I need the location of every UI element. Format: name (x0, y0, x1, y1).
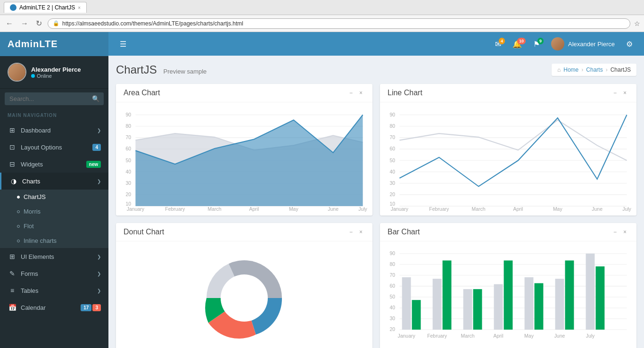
sidebar-item-forms[interactable]: ✎ Forms ❯ (0, 265, 108, 282)
sidebar-search: 🔍 (0, 89, 108, 109)
subnav-dot-icon (17, 196, 20, 199)
bar-chart-header: Bar Chart − × (380, 223, 636, 241)
browser-tab[interactable]: AdminLTE 2 | ChartJS × (4, 2, 87, 13)
calendar-badge1: 17 (81, 304, 91, 311)
username: Alexander Pierce (31, 66, 81, 73)
subnav-item-morris[interactable]: Morris (0, 204, 108, 219)
search-button[interactable]: 🔍 (88, 92, 104, 105)
url-text: https://almsaeedstudio.com/themes/AdminL… (62, 20, 625, 27)
tables-icon: ≡ (8, 287, 17, 294)
subnav-label: ChartJS (24, 193, 46, 200)
bar-chart-tools: − × (611, 228, 629, 236)
donut-chart-close[interactable]: × (357, 228, 365, 236)
browser-addressbar: ← → ↻ 🔒 https://almsaeedstudio.com/theme… (0, 15, 644, 32)
donut-chart-title: Donut Chart (124, 228, 164, 236)
breadcrumb-current: ChartJS (611, 66, 631, 73)
donut-hole (221, 274, 268, 322)
user-info: Alexander Pierce Online (31, 66, 81, 79)
subnav-label: Morris (24, 208, 41, 215)
back-button[interactable]: ← (4, 18, 15, 29)
sidebar-item-layout[interactable]: ⊡ Layout Options 4 (0, 139, 108, 156)
user-menu[interactable]: Alexander Pierce (547, 37, 619, 50)
settings-button[interactable]: ⚙ (622, 38, 636, 50)
area-chart-minimize[interactable]: − (347, 89, 355, 97)
svg-text:May: May (524, 333, 534, 339)
svg-text:January: January (391, 206, 409, 212)
svg-text:30: 30 (389, 316, 395, 321)
chevron-right-icon: ❯ (97, 128, 101, 133)
line-chart-container: 90 80 70 60 50 40 30 20 10 (385, 107, 632, 211)
sidebar-item-label: UI Elements (21, 253, 97, 260)
sidebar-item-calendar[interactable]: 📅 Calendar 17 3 (0, 299, 108, 316)
sidebar-item-widgets[interactable]: ⊟ Widgets new (0, 156, 108, 173)
svg-text:30: 30 (125, 180, 131, 186)
messages-button[interactable]: ✉ 4 (491, 38, 505, 50)
svg-text:60: 60 (125, 146, 131, 151)
svg-text:90: 90 (389, 251, 395, 256)
charts-icon: ◑ (9, 177, 18, 185)
area-chart-card: Area Chart − × 90 80 70 (116, 84, 372, 215)
svg-text:70: 70 (125, 134, 131, 140)
subnav-item-flot[interactable]: Flot (0, 219, 108, 233)
area-chart-close[interactable]: × (357, 89, 365, 97)
subnav-item-chartjs[interactable]: ChartJS (0, 190, 108, 204)
subnav-label: Inline charts (24, 237, 57, 244)
svg-text:90: 90 (125, 112, 131, 117)
breadcrumb-charts[interactable]: Charts (586, 66, 603, 73)
sidebar-brand: AdminLTE (0, 32, 108, 56)
tasks-button[interactable]: ⚑ 9 (529, 38, 544, 50)
sidebar-item-charts[interactable]: ◑ Charts ❯ (0, 173, 108, 190)
sidebar-item-label: Dashboard (21, 127, 97, 134)
bar-apr-green (504, 260, 513, 330)
search-input[interactable] (5, 92, 88, 105)
line-chart-card: Line Chart − × 90 80 70 (380, 84, 636, 215)
bar-feb-gray (433, 279, 442, 330)
address-bar[interactable]: 🔒 https://almsaeedstudio.com/themes/Admi… (48, 18, 630, 29)
sidebar-item-label: Calendar (21, 304, 81, 311)
bookmark-icon[interactable]: ☆ (634, 20, 640, 27)
line-chart-title: Line Chart (388, 89, 422, 97)
forward-button[interactable]: → (19, 18, 30, 29)
search-input-wrapper: 🔍 (5, 92, 104, 105)
bar-may-green (535, 283, 544, 330)
subnav-item-inline[interactable]: Inline charts (0, 233, 108, 248)
area-chart-body: 90 80 70 60 50 40 30 20 10 (116, 102, 372, 215)
line-chart-close[interactable]: × (621, 89, 629, 97)
svg-text:June: June (592, 206, 603, 212)
bar-jan-gray (402, 277, 411, 330)
svg-text:March: March (461, 333, 475, 339)
bar-chart-minimize[interactable]: − (611, 228, 619, 236)
svg-text:80: 80 (389, 123, 395, 129)
bar-chart-close[interactable]: × (621, 228, 629, 236)
widgets-badge: new (86, 161, 101, 168)
lock-icon: 🔒 (53, 20, 59, 26)
bar-jun-gray (555, 279, 564, 330)
sidebar-toggle-button[interactable]: ☰ (116, 38, 130, 50)
svg-text:50: 50 (389, 157, 395, 163)
status-dot-icon (31, 74, 35, 78)
sidebar-item-dashboard[interactable]: ⊞ Dashboard ❯ (0, 122, 108, 139)
sidebar-item-ui-elements[interactable]: ⊞ UI Elements ❯ (0, 248, 108, 265)
svg-text:40: 40 (125, 169, 131, 174)
bar-feb-green (443, 260, 452, 330)
area-chart-container: 90 80 70 60 50 40 30 20 10 (121, 107, 368, 211)
line-chart-minimize[interactable]: − (611, 89, 619, 97)
breadcrumb-home[interactable]: Home (563, 66, 578, 73)
sidebar-item-label: Charts (22, 178, 97, 185)
sidebar-navigation: ⊞ Dashboard ❯ ⊡ Layout Options 4 ⊟ Widge… (0, 122, 108, 316)
sidebar: AdminLTE Alexander Pierce Online 🔍 MAIN … (0, 32, 108, 348)
tab-close-icon[interactable]: × (78, 5, 81, 10)
sidebar-item-tables[interactable]: ≡ Tables ❯ (0, 282, 108, 299)
layout-icon: ⊡ (8, 143, 17, 151)
line-chart-header: Line Chart − × (380, 84, 636, 102)
svg-text:July: July (358, 206, 367, 212)
bar-chart-title: Bar Chart (388, 228, 420, 236)
bar-jun-green (565, 260, 574, 330)
donut-chart-minimize[interactable]: − (347, 228, 355, 236)
avatar (8, 63, 26, 82)
breadcrumb-sep2: › (606, 66, 608, 73)
reload-button[interactable]: ↻ (34, 18, 44, 29)
tab-favicon (10, 4, 17, 11)
brand-name: AdminLTE (8, 39, 58, 50)
notifications-button[interactable]: 🔔 10 (509, 38, 526, 50)
